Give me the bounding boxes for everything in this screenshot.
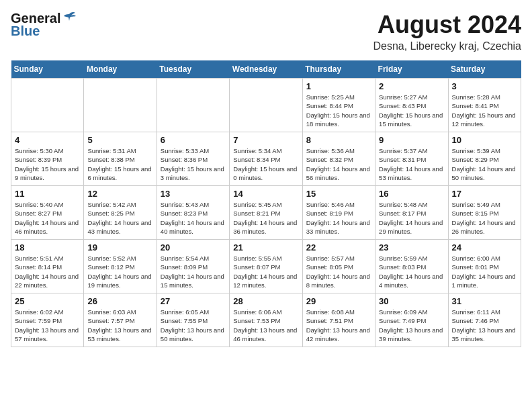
day-info: Sunrise: 6:08 AMSunset: 7:51 PMDaylight:… [306,308,371,343]
calendar-cell-empty [230,79,302,132]
day-info: Sunrise: 5:45 AMSunset: 8:21 PMDaylight:… [233,200,298,236]
day-number: 5 [87,135,152,145]
day-info: Sunrise: 5:37 AMSunset: 8:31 PMDaylight:… [379,146,444,182]
day-number: 18 [15,242,80,253]
calendar-cell-7: 7Sunrise: 5:34 AMSunset: 8:34 PMDaylight… [230,132,302,186]
calendar-cell-22: 22Sunrise: 5:57 AMSunset: 8:05 PMDayligh… [302,240,375,293]
calendar-cell-25: 25Sunrise: 6:02 AMSunset: 7:59 PMDayligh… [11,293,84,347]
day-number: 19 [87,242,152,253]
calendar-cell-5: 5Sunrise: 5:31 AMSunset: 8:38 PMDaylight… [84,132,157,186]
day-number: 3 [452,81,517,91]
calendar-cell-30: 30Sunrise: 6:09 AMSunset: 7:49 PMDayligh… [375,293,448,347]
calendar-cell-2: 2Sunrise: 5:27 AMSunset: 8:43 PMDaylight… [375,79,448,132]
calendar-cell-11: 11Sunrise: 5:40 AMSunset: 8:27 PMDayligh… [11,186,84,240]
calendar-cell-4: 4Sunrise: 5:30 AMSunset: 8:39 PMDaylight… [11,132,84,186]
day-info: Sunrise: 5:27 AMSunset: 8:43 PMDaylight:… [379,93,444,128]
day-number: 11 [15,189,80,199]
day-info: Sunrise: 5:59 AMSunset: 8:03 PMDaylight:… [379,254,444,289]
calendar-cell-empty [157,79,229,132]
day-number: 15 [306,189,371,199]
calendar-cell-10: 10Sunrise: 5:39 AMSunset: 8:29 PMDayligh… [448,132,521,186]
day-number: 27 [161,296,226,306]
calendar-cell-6: 6Sunrise: 5:33 AMSunset: 8:36 PMDaylight… [157,132,229,186]
day-info: Sunrise: 6:02 AMSunset: 7:59 PMDaylight:… [15,308,80,343]
day-number: 2 [379,81,444,91]
column-header-wednesday: Wednesday [230,60,302,79]
day-number: 20 [161,242,226,253]
calendar-table: SundayMondayTuesdayWednesdayThursdayFrid… [11,60,521,347]
calendar-cell-29: 29Sunrise: 6:08 AMSunset: 7:51 PMDayligh… [302,293,375,347]
page-header: General Blue August 2024 Desna, Libereck… [11,11,521,52]
day-info: Sunrise: 6:03 AMSunset: 7:57 PMDaylight:… [87,308,152,343]
day-number: 26 [87,296,152,306]
day-info: Sunrise: 5:54 AMSunset: 8:09 PMDaylight:… [161,254,226,289]
calendar-cell-9: 9Sunrise: 5:37 AMSunset: 8:31 PMDaylight… [375,132,448,186]
calendar-cell-23: 23Sunrise: 5:59 AMSunset: 8:03 PMDayligh… [375,240,448,293]
calendar-cell-12: 12Sunrise: 5:42 AMSunset: 8:25 PMDayligh… [84,186,157,240]
column-header-monday: Monday [84,60,157,79]
column-header-sunday: Sunday [11,60,84,79]
day-number: 17 [452,189,517,199]
week-row-3: 11Sunrise: 5:40 AMSunset: 8:27 PMDayligh… [11,186,521,240]
day-number: 4 [15,135,80,145]
column-header-friday: Friday [375,60,448,79]
column-header-thursday: Thursday [302,60,375,79]
day-number: 31 [452,296,517,306]
calendar-cell-15: 15Sunrise: 5:46 AMSunset: 8:19 PMDayligh… [302,186,375,240]
day-info: Sunrise: 5:40 AMSunset: 8:27 PMDaylight:… [15,200,80,236]
day-number: 16 [379,189,444,199]
day-number: 10 [452,135,517,145]
day-number: 1 [306,81,371,91]
day-info: Sunrise: 5:25 AMSunset: 8:44 PMDaylight:… [306,93,371,128]
day-info: Sunrise: 5:48 AMSunset: 8:17 PMDaylight:… [379,200,444,236]
calendar-cell-26: 26Sunrise: 6:03 AMSunset: 7:57 PMDayligh… [84,293,157,347]
day-info: Sunrise: 5:28 AMSunset: 8:41 PMDaylight:… [452,93,517,128]
calendar-cell-20: 20Sunrise: 5:54 AMSunset: 8:09 PMDayligh… [157,240,229,293]
column-header-saturday: Saturday [448,60,521,79]
day-info: Sunrise: 5:43 AMSunset: 8:23 PMDaylight:… [161,200,226,236]
day-number: 22 [306,242,371,253]
day-number: 23 [379,242,444,253]
day-number: 30 [379,296,444,306]
day-number: 14 [233,189,298,199]
day-number: 24 [452,242,517,253]
week-row-1: 1Sunrise: 5:25 AMSunset: 8:44 PMDaylight… [11,79,521,132]
day-info: Sunrise: 5:55 AMSunset: 8:07 PMDaylight:… [233,254,298,289]
day-number: 21 [233,242,298,253]
calendar-cell-1: 1Sunrise: 5:25 AMSunset: 8:44 PMDaylight… [302,79,375,132]
calendar-cell-19: 19Sunrise: 5:52 AMSunset: 8:12 PMDayligh… [84,240,157,293]
month-title: August 2024 [373,11,521,39]
day-info: Sunrise: 5:31 AMSunset: 8:38 PMDaylight:… [87,146,152,182]
day-number: 29 [306,296,371,306]
day-number: 9 [379,135,444,145]
calendar-cell-27: 27Sunrise: 6:05 AMSunset: 7:55 PMDayligh… [157,293,229,347]
day-number: 25 [15,296,80,306]
day-info: Sunrise: 5:42 AMSunset: 8:25 PMDaylight:… [87,200,152,236]
calendar-cell-31: 31Sunrise: 6:11 AMSunset: 7:46 PMDayligh… [448,293,521,347]
week-row-4: 18Sunrise: 5:51 AMSunset: 8:14 PMDayligh… [11,240,521,293]
calendar-cell-28: 28Sunrise: 6:06 AMSunset: 7:53 PMDayligh… [230,293,302,347]
logo: General Blue [11,11,77,39]
day-number: 28 [233,296,298,306]
calendar-cell-8: 8Sunrise: 5:36 AMSunset: 8:32 PMDaylight… [302,132,375,186]
calendar-cell-empty [11,79,84,132]
column-header-tuesday: Tuesday [157,60,229,79]
calendar-cell-17: 17Sunrise: 5:49 AMSunset: 8:15 PMDayligh… [448,186,521,240]
day-number: 12 [87,189,152,199]
day-info: Sunrise: 6:00 AMSunset: 8:01 PMDaylight:… [452,254,517,289]
day-info: Sunrise: 5:51 AMSunset: 8:14 PMDaylight:… [15,254,80,289]
calendar-cell-18: 18Sunrise: 5:51 AMSunset: 8:14 PMDayligh… [11,240,84,293]
week-row-5: 25Sunrise: 6:02 AMSunset: 7:59 PMDayligh… [11,293,521,347]
calendar-cell-13: 13Sunrise: 5:43 AMSunset: 8:23 PMDayligh… [157,186,229,240]
day-info: Sunrise: 5:49 AMSunset: 8:15 PMDaylight:… [452,200,517,236]
day-info: Sunrise: 5:57 AMSunset: 8:05 PMDaylight:… [306,254,371,289]
calendar-cell-empty [84,79,157,132]
location-title: Desna, Liberecky kraj, Czechia [373,40,521,52]
logo-blue: Blue [11,24,40,39]
day-number: 8 [306,135,371,145]
calendar-cell-21: 21Sunrise: 5:55 AMSunset: 8:07 PMDayligh… [230,240,302,293]
day-number: 6 [161,135,226,145]
day-info: Sunrise: 5:52 AMSunset: 8:12 PMDaylight:… [87,254,152,289]
day-info: Sunrise: 6:11 AMSunset: 7:46 PMDaylight:… [452,308,517,343]
day-info: Sunrise: 5:34 AMSunset: 8:34 PMDaylight:… [233,146,298,182]
